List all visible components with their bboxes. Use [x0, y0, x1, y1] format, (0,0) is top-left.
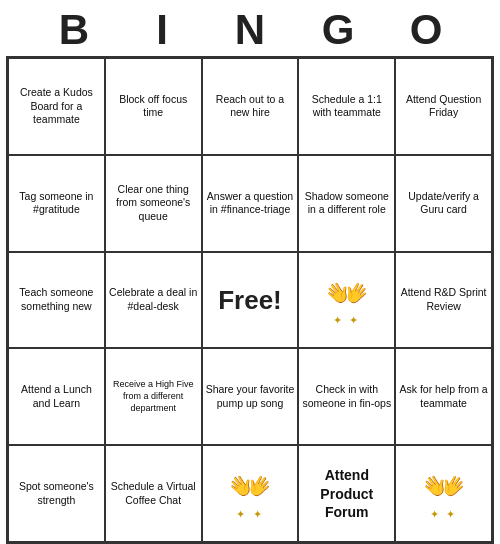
cell-i3: Celebrate a deal in #deal-desk	[105, 252, 202, 349]
clap-emoji: 👐 ✦ ✦	[326, 272, 368, 328]
cell-text: Celebrate a deal in #deal-desk	[109, 286, 198, 313]
cell-b3: Teach someone something new	[8, 252, 105, 349]
letter-o: O	[382, 6, 470, 54]
cell-text: Attend a Lunch and Learn	[12, 383, 101, 410]
letter-g: G	[294, 6, 382, 54]
cell-g1: Schedule a 1:1 with teammate	[298, 58, 395, 155]
letter-b: B	[30, 6, 118, 54]
cell-b4: Attend a Lunch and Learn	[8, 348, 105, 445]
cell-text: Share your favorite pump up song	[206, 383, 295, 410]
cell-o3: Attend R&D Sprint Review	[395, 252, 492, 349]
cell-n2: Answer a question in #finance-triage	[202, 155, 299, 252]
clap-emoji: 👐 ✦ ✦	[423, 465, 465, 521]
cell-text: Attend R&D Sprint Review	[399, 286, 488, 313]
free-text: Free!	[218, 284, 282, 317]
cell-text: Attend Question Friday	[399, 93, 488, 120]
cell-o2: Update/verify a Guru card	[395, 155, 492, 252]
cell-o1: Attend Question Friday	[395, 58, 492, 155]
cell-i5: Schedule a Virtual Coffee Chat	[105, 445, 202, 542]
cell-b1: Create a Kudos Board for a teammate	[8, 58, 105, 155]
cell-i2: Clear one thing from someone's queue	[105, 155, 202, 252]
cell-text: Teach someone something new	[12, 286, 101, 313]
cell-text: Reach out to a new hire	[206, 93, 295, 120]
cell-text: Clear one thing from someone's queue	[109, 183, 198, 224]
cell-text: Spot someone's strength	[12, 480, 101, 507]
cell-g2: Shadow someone in a different role	[298, 155, 395, 252]
cell-i1: Block off focus time	[105, 58, 202, 155]
cell-g4: Check in with someone in fin-ops	[298, 348, 395, 445]
cell-text: Check in with someone in fin-ops	[302, 383, 391, 410]
cell-b5: Spot someone's strength	[8, 445, 105, 542]
letter-i: I	[118, 6, 206, 54]
cell-text: Schedule a Virtual Coffee Chat	[109, 480, 198, 507]
cell-text: Attend Product Forum	[302, 466, 391, 521]
cell-n3: Free!	[202, 252, 299, 349]
letter-n: N	[206, 6, 294, 54]
cell-text: Block off focus time	[109, 93, 198, 120]
cell-text: Tag someone in #gratitude	[12, 190, 101, 217]
cell-text: Receive a High Five from a different dep…	[109, 379, 198, 414]
clap-emoji: 👐 ✦ ✦	[229, 465, 271, 521]
cell-text: Update/verify a Guru card	[399, 190, 488, 217]
cell-o5: 👐 ✦ ✦	[395, 445, 492, 542]
bingo-grid: Create a Kudos Board for a teammateBlock…	[6, 56, 494, 544]
cell-text: Schedule a 1:1 with teammate	[302, 93, 391, 120]
cell-text: Ask for help from a teammate	[399, 383, 488, 410]
cell-n1: Reach out to a new hire	[202, 58, 299, 155]
bingo-header: B I N G O	[10, 0, 490, 56]
cell-text: Create a Kudos Board for a teammate	[12, 86, 101, 127]
cell-n5: 👐 ✦ ✦	[202, 445, 299, 542]
cell-n4: Share your favorite pump up song	[202, 348, 299, 445]
cell-g5: Attend Product Forum	[298, 445, 395, 542]
cell-g3: 👐 ✦ ✦	[298, 252, 395, 349]
cell-i4: Receive a High Five from a different dep…	[105, 348, 202, 445]
cell-b2: Tag someone in #gratitude	[8, 155, 105, 252]
cell-text: Shadow someone in a different role	[302, 190, 391, 217]
cell-text: Answer a question in #finance-triage	[206, 190, 295, 217]
cell-o4: Ask for help from a teammate	[395, 348, 492, 445]
